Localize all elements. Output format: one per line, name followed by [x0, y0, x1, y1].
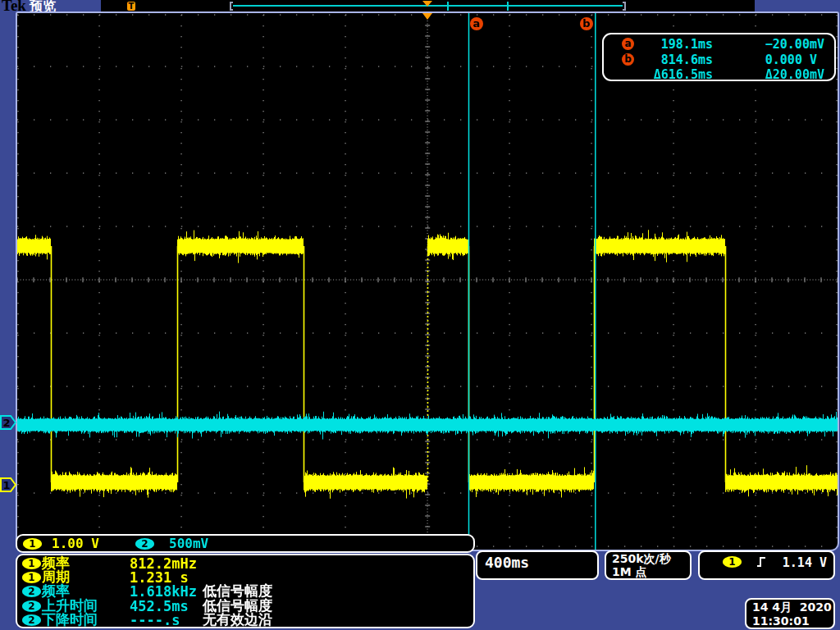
measurement-channel-badge: 2 [22, 600, 41, 612]
channel1-badge: 1 [23, 538, 42, 550]
rising-edge-icon [756, 555, 767, 568]
horizontal-scale-value: 400ms [485, 554, 529, 571]
measurement-name: 频率 [42, 584, 70, 598]
measurement-value: ----.s [130, 614, 180, 627]
measurement-value: 812.2mHz [130, 557, 197, 570]
cursor-delta-time: Δ616.5ms [654, 67, 713, 82]
trigger-box: 1 1.14 V [698, 550, 835, 580]
measurements-box: 1 频率 812.2mHz 1 周期 1.231 s 2 频率 1.618kHz… [16, 554, 475, 628]
acquisition-rate: 250k次/秒 [612, 552, 690, 565]
date-value: 14 4月 2020 [752, 600, 833, 614]
cursor-b-row: b 814.6ms 0.000 V [604, 52, 834, 68]
measurement-value: 1.231 s [130, 571, 189, 584]
measurement-channel-badge: 1 [22, 572, 41, 583]
record-cursor-b-tick [507, 2, 509, 11]
time-value: 11:30:01 [752, 614, 833, 628]
trigger-position-marker-icon [422, 13, 432, 20]
measurement-note: 低信号幅度 [203, 599, 272, 613]
acquisition-box: 250k次/秒 1M 点 [605, 550, 692, 580]
cursor-a-volt: −20.00mV [765, 37, 824, 52]
record-right-bracket-icon [623, 2, 626, 11]
trigger-status-icon: T [127, 2, 135, 11]
cursor-readout-box: a 198.1ms −20.00mV b 814.6ms 0.000 V Δ61… [602, 33, 836, 81]
channel1-position-marker: 1 [0, 477, 17, 494]
measurement-name: 上升时间 [42, 599, 98, 613]
cursor-a-time: 198.1ms [661, 37, 713, 52]
cursor-a-row: a 198.1ms −20.00mV [604, 37, 834, 52]
cursor-delta-row: Δ616.5ms Δ20.00mV [604, 67, 834, 83]
cursor-b-label: b [580, 17, 593, 30]
measurement-note: 低信号幅度 [203, 584, 272, 598]
channel-scale-bar: 1 1.00 V 2 500mV [16, 534, 475, 553]
channel1-scale: 1.00 V [52, 536, 99, 551]
measurement-channel-badge: 2 [22, 586, 41, 597]
cursor-a-label: a [470, 17, 483, 30]
datetime-box: 14 4月 2020 11:30:01 [745, 598, 835, 629]
channel2-badge: 2 [135, 538, 154, 550]
top-status-bar: Tek 预览 T [0, 0, 840, 12]
record-cursor-a-tick [447, 2, 449, 11]
measurement-channel-badge: 2 [22, 614, 41, 626]
record-trigger-position-icon [422, 1, 432, 7]
measurement-row: 1 频率 812.2mHz [17, 557, 473, 571]
trigger-level-value: 1.14 V [783, 555, 827, 570]
cursor-b-badge: b [622, 53, 634, 66]
acquisition-points: 1M 点 [612, 565, 690, 578]
channel2-position-marker: 2 [0, 415, 17, 431]
measurement-name: 下降时间 [42, 613, 98, 627]
svg-text:1: 1 [2, 479, 10, 491]
measurement-row: 2 下降时间 ----.s 无有效边沿 [17, 614, 473, 628]
svg-text:2: 2 [2, 417, 10, 429]
measurement-channel-badge: 1 [22, 558, 41, 569]
waveform-canvas [17, 13, 838, 550]
channel2-scale: 500mV [169, 536, 208, 551]
cursor-delta-volt: Δ20.00mV [765, 67, 824, 82]
measurement-note: 无有效边沿 [203, 613, 272, 627]
cursor-b-time: 814.6ms [661, 52, 713, 67]
trigger-source-badge: 1 [723, 556, 742, 568]
graticule-screen: a b a 198.1ms −20.00mV b 814.6ms 0.000 V… [16, 11, 839, 551]
measurement-value: 1.618kHz [130, 585, 197, 598]
cursor-b-volt: 0.000 V [765, 52, 817, 67]
horizontal-scale-box: 400ms [476, 550, 599, 580]
cursor-a-badge: a [622, 38, 634, 50]
record-view-bar: T [101, 0, 755, 12]
measurement-value: 452.5ms [130, 600, 189, 613]
